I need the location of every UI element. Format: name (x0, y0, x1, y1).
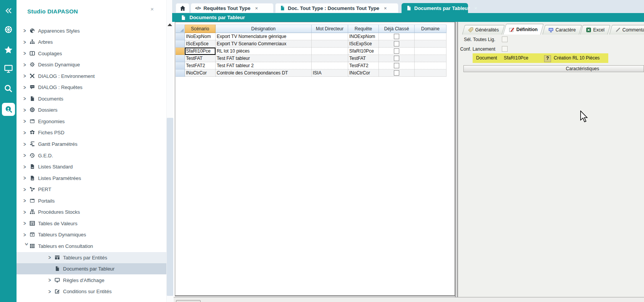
chevron-right-icon[interactable]: > (23, 51, 30, 56)
chevron-right-icon[interactable]: > (23, 84, 30, 90)
grid-cell-designation[interactable]: Export TV Nomenclature génrique (216, 33, 312, 40)
grid-cell-designation[interactable]: RL lot 10 pièces (216, 48, 312, 55)
sel-toutes-lig-checkbox[interactable] (502, 36, 508, 42)
grid-cell-requete[interactable]: TestFAT (348, 55, 379, 62)
deja-classe-checkbox[interactable] (394, 41, 399, 46)
conf-lancement-checkbox[interactable] (502, 46, 508, 52)
grid-cell-scenario[interactable]: IScExpSce (185, 40, 216, 48)
grid-cell-deja_classe[interactable] (379, 40, 415, 48)
grid-column-header-3[interactable]: Mot Directeur (312, 25, 348, 33)
grid-cell-domaine[interactable] (415, 33, 446, 40)
grid-cell-requete[interactable]: INoCtrCor (348, 69, 379, 77)
chevron-right-icon[interactable]: > (23, 107, 30, 113)
chevron-right-icon[interactable]: > (23, 232, 30, 238)
sidebar-item-documents[interactable]: >Documents (17, 93, 163, 104)
grid-cell-domaine[interactable] (415, 69, 446, 77)
grid-cell-mot_directeur[interactable] (312, 33, 348, 40)
sidebar-item-tables-de-valeurs[interactable]: >Tables de Valeurs (17, 218, 163, 229)
grid-column-header-2[interactable]: Désignation (216, 25, 312, 33)
grid-cell-scenario[interactable]: INoExpNom (185, 33, 216, 40)
sidebar-item-dessin-dynamique[interactable]: >Dessin Dynamique (17, 59, 163, 70)
sidebar-item-conditions-sur-entit-s[interactable]: >Conditions sur Entités (17, 286, 188, 297)
chevron-right-icon[interactable]: > (23, 28, 30, 34)
grid-column-header-6[interactable]: Domaine (415, 25, 446, 33)
chevron-right-icon[interactable]: > (23, 153, 30, 158)
grid-cell-scenario[interactable]: SfaRI10Pce (185, 48, 216, 55)
grid-cell-deja_classe[interactable] (379, 33, 415, 40)
chevron-right-icon[interactable]: > (23, 39, 30, 45)
sidebar-item-gantt-param-tr-s[interactable]: >Gantt Paramétrés (17, 139, 163, 150)
properties-tab-caract-re[interactable]: Caractère (542, 25, 582, 35)
sidebar-item-couplages[interactable]: >Couplages (17, 48, 163, 59)
tree-scrollbar-thumb[interactable] (167, 118, 173, 296)
pane-divider[interactable] (455, 22, 458, 297)
deja-classe-checkbox[interactable] (394, 70, 399, 76)
grid-select-all-cell[interactable] (176, 25, 185, 33)
grid-cell-deja_classe[interactable] (379, 62, 415, 69)
grid-cell-domaine[interactable] (415, 40, 446, 48)
grid-cell-mot_directeur[interactable] (312, 48, 348, 55)
grid-cell-deja_classe[interactable] (379, 69, 415, 77)
deja-classe-checkbox[interactable] (394, 56, 399, 61)
grid-cell-scenario[interactable]: TestFAT (185, 55, 216, 62)
grid-cell-designation[interactable]: Test FAT tableur 2 (216, 62, 312, 69)
document-value[interactable]: SfaRI10Pce (504, 55, 528, 61)
grid-cell-deja_classe[interactable] (379, 48, 415, 55)
grid-cell-domaine[interactable] (415, 62, 446, 69)
bottom-toolbar-button[interactable] (176, 300, 201, 302)
chevron-right-icon[interactable]: > (23, 96, 30, 102)
grid-cell-requete[interactable]: IScExpSce (348, 40, 379, 48)
document-help-button[interactable]: ? (544, 55, 551, 62)
document-tab-2[interactable]: Doc. Tout Type : Documents Tout Type× (275, 3, 398, 13)
grid-cell-mot_directeur[interactable] (312, 62, 348, 69)
grid-column-header-1[interactable]: Scénario (185, 25, 216, 33)
sidebar-item-dossiers[interactable]: >Dossiers (17, 104, 163, 116)
chevron-right-icon[interactable]: > (23, 198, 30, 204)
grid-cell-designation[interactable]: Test FAT tableur (216, 55, 312, 62)
grid-cell-mot_directeur[interactable] (312, 40, 348, 48)
chevron-right-icon[interactable]: > (23, 62, 30, 68)
deja-classe-checkbox[interactable] (394, 34, 399, 39)
favorites-star-icon[interactable] (0, 43, 17, 56)
properties-tab-g-n-ralit-s[interactable]: Généralités (462, 25, 505, 35)
properties-tab-commentaire[interactable]: Commentaire (609, 25, 644, 35)
sidebar-item-documents-par-tableur[interactable]: Documents par Tableur (17, 263, 188, 274)
sidebar-item-dialog-environnement[interactable]: >DIALOG : Environnement (17, 71, 163, 82)
grid-cell-deja_classe[interactable] (379, 55, 415, 62)
tab-close-icon[interactable]: × (384, 5, 387, 11)
tree-scrollbar-up-arrow-icon[interactable] (168, 23, 172, 26)
chevron-right-icon[interactable]: > (48, 255, 55, 261)
chevron-right-icon[interactable]: > (23, 130, 30, 135)
chevron-right-icon[interactable]: > (23, 119, 30, 124)
grid-cell-scenario[interactable]: TestFAT2 (185, 62, 216, 69)
row-selector-cell[interactable] (176, 69, 185, 77)
sidebar-item-apparences-styles[interactable]: >Apparences Styles (17, 25, 163, 36)
sidebar-item-tableurs-en-consultation[interactable]: >Tableurs en Consultation (17, 241, 163, 252)
tab-close-icon[interactable]: × (255, 5, 258, 11)
chevron-right-icon[interactable]: > (23, 186, 30, 192)
chevron-right-icon[interactable]: > (48, 289, 55, 294)
chevron-right-icon[interactable]: > (23, 175, 30, 181)
row-selector-cell[interactable] (176, 62, 185, 69)
search-icon[interactable] (0, 82, 17, 95)
sidebar-item-g-e-d[interactable]: >G.E.D. (17, 150, 163, 161)
grid-cell-designation[interactable]: Export TV Scenario Commerciaux (216, 40, 312, 48)
chevron-right-icon[interactable]: > (48, 277, 55, 283)
screens-monitor-icon[interactable] (0, 62, 17, 75)
sidebar-item-pert[interactable]: >PERT (17, 184, 163, 195)
grid-column-header-4[interactable]: Requête (348, 25, 379, 33)
settings-wheel-icon[interactable] (0, 23, 17, 36)
grid-cell-designation[interactable]: Controle des Correspondances DT (216, 69, 312, 77)
sidebar-item-listes-param-tr-es[interactable]: >Listes Paramétrées (17, 173, 163, 184)
document-tab-1[interactable]: </>Requêtes Tout Type× (191, 3, 274, 13)
deja-classe-checkbox[interactable] (394, 48, 399, 54)
chevron-right-icon[interactable]: > (23, 73, 30, 79)
grid-cell-requete[interactable]: SfaRI10Pce (348, 48, 379, 55)
sidebar-item-ergonomies[interactable]: >Ergonomies (17, 116, 163, 127)
grid-cell-requete[interactable]: INOExpNom (348, 33, 379, 40)
sidebar-item-tableurs-par-entit-s[interactable]: >Tableurs par Entités (17, 252, 188, 263)
chevron-right-icon[interactable]: > (23, 209, 30, 215)
chevron-right-icon[interactable]: > (23, 141, 30, 147)
grid-cell-domaine[interactable] (415, 55, 446, 62)
home-tab[interactable] (176, 3, 189, 13)
